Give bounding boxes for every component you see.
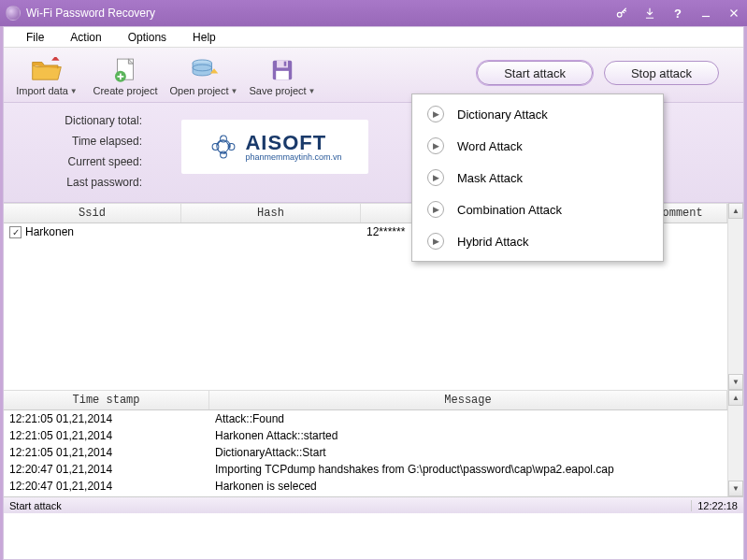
menu-file[interactable]: File — [13, 29, 57, 46]
attack-type-dropdown: ▶Dictionary Attack ▶Word Attack ▶Mask At… — [411, 93, 664, 262]
create-project-button[interactable]: Create project — [86, 53, 165, 100]
chevron-down-icon: ▼ — [309, 87, 316, 95]
import-label: Import data — [16, 85, 68, 96]
save-project-button[interactable]: Save project▼ — [243, 53, 322, 100]
last-password-label: Last password: — [49, 176, 142, 189]
dropdown-item-dictionary[interactable]: ▶Dictionary Attack — [412, 98, 663, 130]
col-timestamp[interactable]: Time stamp — [4, 391, 209, 409]
scroll-down-icon[interactable]: ▼ — [728, 481, 743, 496]
log-message: Importing TCPdump handshakes from G:\pro… — [209, 463, 727, 476]
menu-action[interactable]: Action — [57, 29, 114, 46]
start-attack-button[interactable]: Start attack — [477, 61, 593, 85]
log-message: Harkonen Attack::started — [209, 429, 727, 442]
titlebar: Wi-Fi Password Recovery ? — [0, 0, 747, 26]
folder-import-icon — [30, 57, 64, 83]
play-icon: ▶ — [427, 106, 444, 122]
app-icon — [6, 6, 21, 21]
log-scrollbar[interactable]: ▲ ▼ — [727, 390, 743, 496]
svg-point-0 — [617, 12, 622, 17]
log-row[interactable]: 12:21:05 01,21,2014Harkonen Attack::star… — [4, 427, 727, 444]
log-timestamp: 12:21:05 01,21,2014 — [4, 412, 209, 425]
log-message: Harkonen is seleced — [209, 480, 727, 493]
log-table: Time stamp Message 12:21:05 01,21,2014At… — [4, 390, 743, 496]
key-icon[interactable] — [614, 6, 629, 21]
stop-attack-button[interactable]: Stop attack — [604, 61, 719, 85]
play-icon: ▶ — [427, 233, 444, 250]
save-label: Save project — [249, 85, 306, 96]
open-label: Open project — [170, 85, 229, 96]
log-message: Attack::Found — [209, 412, 727, 425]
log-row[interactable]: 12:20:47 01,21,2014Harkonen is seleced — [4, 478, 727, 495]
menu-options[interactable]: Options — [115, 29, 180, 46]
status-text: Start attack — [9, 500, 691, 511]
dropdown-item-hybrid[interactable]: ▶Hybrid Attack — [412, 225, 663, 257]
row-checkbox[interactable]: ✓ — [9, 226, 22, 238]
vendor-logo: AISOFT phanmemmaytinh.com.vn — [181, 120, 368, 174]
log-timestamp: 12:21:05 01,21,2014 — [4, 429, 209, 442]
log-row[interactable]: 12:20:47 01,21,2014Importing TCPdump han… — [4, 461, 727, 478]
svg-rect-7 — [276, 71, 289, 79]
dropdown-item-combination[interactable]: ▶Combination Attack — [412, 194, 663, 225]
scroll-up-icon[interactable]: ▲ — [728, 390, 743, 406]
svg-rect-8 — [284, 62, 287, 66]
main-scrollbar[interactable]: ▲ ▼ — [727, 203, 743, 390]
menubar: File Action Options Help — [4, 27, 743, 48]
import-data-button[interactable]: Import data▼ — [7, 53, 86, 100]
scroll-down-icon[interactable]: ▼ — [728, 374, 743, 390]
col-hash[interactable]: Hash — [181, 204, 361, 223]
save-icon — [266, 57, 299, 83]
close-button[interactable] — [726, 6, 741, 21]
logo-text: AISOFT — [245, 133, 341, 153]
chevron-down-icon: ▼ — [70, 87, 78, 95]
download-icon[interactable] — [642, 6, 657, 21]
dict-total-label: Dictionary total: — [49, 114, 142, 127]
chevron-down-icon: ▼ — [231, 87, 238, 95]
play-icon: ▶ — [427, 201, 444, 218]
file-new-icon — [108, 57, 142, 83]
create-label: Create project — [93, 85, 157, 96]
database-open-icon — [187, 57, 221, 83]
window-controls: ? — [614, 6, 741, 21]
log-row[interactable]: 12:21:05 01,21,2014DictionaryAttack::Sta… — [4, 444, 727, 461]
log-row[interactable]: 12:21:05 01,21,2014Attack::Found — [4, 410, 727, 427]
minimize-button[interactable] — [698, 6, 713, 21]
col-ssid[interactable]: Ssid — [4, 204, 181, 223]
log-message: DictionaryAttack::Start — [209, 446, 727, 459]
log-timestamp: 12:20:47 01,21,2014 — [4, 463, 209, 476]
dropdown-item-mask[interactable]: ▶Mask Attack — [412, 162, 663, 194]
time-elapsed-label: Time elapsed: — [49, 135, 142, 148]
statusbar: Start attack 12:22:18 — [4, 496, 743, 513]
app-window: Wi-Fi Password Recovery ? File Action Op… — [0, 0, 747, 560]
scroll-up-icon[interactable]: ▲ — [728, 203, 743, 219]
play-icon: ▶ — [427, 169, 444, 186]
window-title: Wi-Fi Password Recovery — [26, 7, 614, 20]
logo-icon — [208, 131, 239, 163]
status-clock: 12:22:18 — [691, 500, 738, 511]
log-table-header: Time stamp Message — [4, 390, 727, 410]
current-speed-label: Current speed: — [49, 155, 142, 168]
help-icon[interactable]: ? — [670, 6, 685, 21]
menu-help[interactable]: Help — [180, 29, 229, 46]
open-project-button[interactable]: Open project▼ — [165, 53, 243, 100]
action-buttons: Start attack Stop attack — [477, 53, 740, 85]
log-timestamp: 12:21:05 01,21,2014 — [4, 446, 209, 459]
dropdown-item-word[interactable]: ▶Word Attack — [412, 130, 663, 162]
ssid-value: Harkonen — [25, 225, 74, 238]
play-icon: ▶ — [427, 137, 444, 154]
logo-subtext: phanmemmaytinh.com.vn — [245, 153, 341, 162]
log-table-body: 12:21:05 01,21,2014Attack::Found12:21:05… — [4, 410, 727, 496]
col-message[interactable]: Message — [209, 391, 727, 409]
log-timestamp: 12:20:47 01,21,2014 — [4, 480, 209, 493]
